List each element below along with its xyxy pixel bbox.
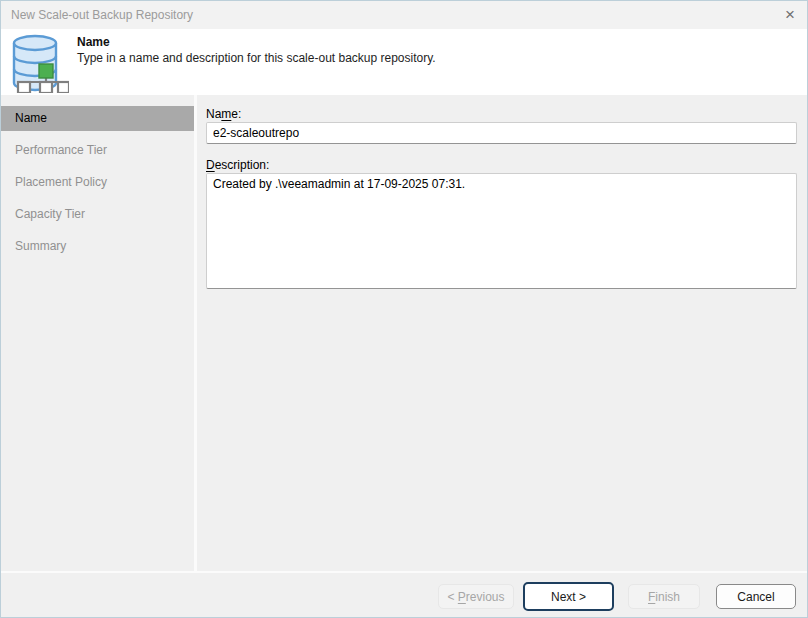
wizard-header: Name Type in a name and description for … <box>1 29 807 95</box>
description-input[interactable]: Created by .\veeamadmin at 17-09-2025 07… <box>206 173 797 289</box>
close-button[interactable]: × <box>773 2 807 28</box>
close-icon: × <box>785 5 795 24</box>
previous-button[interactable]: < Previous <box>438 584 514 609</box>
footer-bar: < Previous Next > Finish Cancel <box>1 573 807 618</box>
name-label: Name: <box>206 107 241 121</box>
title-bar: New Scale-out Backup Repository × <box>1 1 807 29</box>
step-title: Name <box>77 35 436 49</box>
wizard-steps-sidebar: Name Performance Tier Placement Policy C… <box>1 95 194 571</box>
next-button[interactable]: Next > <box>523 582 614 611</box>
sidebar-item-performance-tier[interactable]: Performance Tier <box>1 138 194 163</box>
cancel-button[interactable]: Cancel <box>716 584 796 609</box>
sidebar-item-placement-policy[interactable]: Placement Policy <box>1 170 194 195</box>
step-subtitle: Type in a name and description for this … <box>77 51 436 65</box>
wizard-dialog: New Scale-out Backup Repository × Name T… <box>0 0 808 618</box>
finish-button[interactable]: Finish <box>628 584 700 609</box>
sidebar-divider <box>194 95 197 571</box>
scale-out-repository-icon <box>9 33 69 93</box>
sidebar-item-capacity-tier[interactable]: Capacity Tier <box>1 202 194 227</box>
window-title: New Scale-out Backup Repository <box>1 8 773 22</box>
description-label: Description: <box>206 158 269 172</box>
sidebar-item-summary[interactable]: Summary <box>1 234 194 259</box>
sidebar-item-name[interactable]: Name <box>1 106 194 131</box>
name-input[interactable] <box>206 122 797 144</box>
